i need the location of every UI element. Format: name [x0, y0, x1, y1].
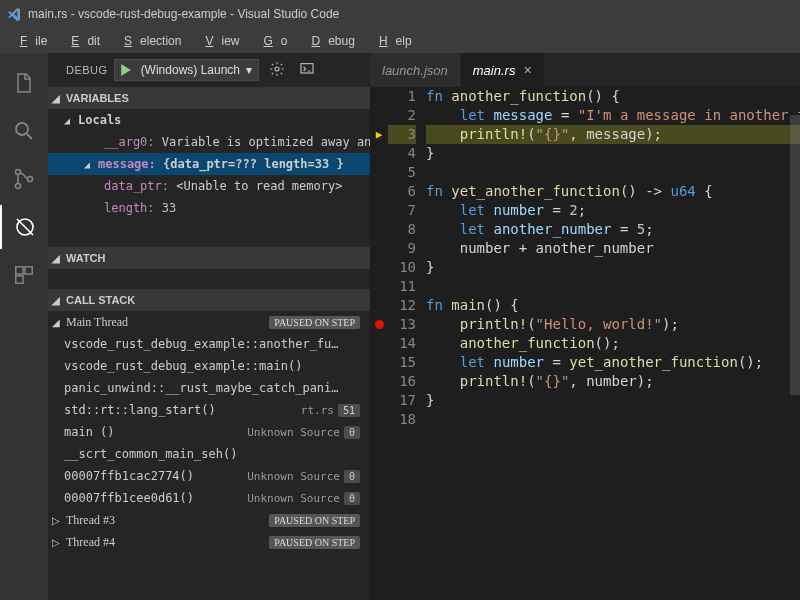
menu-view[interactable]: View [189, 31, 247, 51]
menu-go[interactable]: Go [247, 31, 295, 51]
editor-group: launch.jsonmain.rs× ▶ 123456789101112131… [370, 53, 800, 600]
titlebar: main.rs - vscode-rust-debug-example - Vi… [0, 0, 800, 28]
start-debug-icon[interactable] [115, 64, 137, 76]
console-icon[interactable] [295, 61, 319, 80]
svg-point-0 [16, 123, 28, 135]
variables-body: ◢Locals __arg0: Variable is optimized aw… [48, 109, 370, 247]
svg-rect-6 [25, 267, 32, 274]
stack-frame[interactable]: vscode_rust_debug_example::main() [48, 355, 370, 377]
variable-arg0[interactable]: __arg0: Variable is optimized away and … [48, 131, 370, 153]
menu-file[interactable]: File [4, 31, 55, 51]
scope-locals[interactable]: ◢Locals [48, 109, 370, 131]
stack-frame[interactable]: __scrt_common_main_seh() [48, 443, 370, 465]
menu-help[interactable]: Help [363, 31, 420, 51]
code-content[interactable]: fn another_function() { let message = "I… [426, 87, 800, 600]
thread-row[interactable]: ▷Thread #3PAUSED ON STEP [48, 509, 370, 531]
gear-icon[interactable] [265, 61, 289, 80]
variable-message[interactable]: ◢message: {data_ptr=??? length=33 } [48, 153, 370, 175]
stack-frame[interactable]: main ()Unknown Source0 [48, 421, 370, 443]
debug-panel: DEBUG (Windows) Launch ▾ ◢ VARIABLES [48, 53, 370, 600]
debug-icon[interactable] [0, 205, 48, 249]
stack-frame[interactable]: panic_unwind::__rust_maybe_catch_pani… [48, 377, 370, 399]
thread-row[interactable]: ▷Thread #4PAUSED ON STEP [48, 531, 370, 553]
tab-main-rs[interactable]: main.rs× [461, 53, 545, 87]
variables-section-header[interactable]: ◢ VARIABLES [48, 87, 370, 109]
watch-section-header[interactable]: ◢ WATCH [48, 247, 370, 269]
svg-point-3 [28, 177, 33, 182]
menu-debug[interactable]: Debug [296, 31, 363, 51]
expand-icon: ◢ [52, 253, 66, 264]
svg-rect-7 [16, 276, 23, 283]
code-area[interactable]: ▶ 123456789101112131415161718 fn another… [370, 87, 800, 600]
svg-point-1 [16, 170, 21, 175]
svg-point-2 [16, 184, 21, 189]
svg-rect-9 [301, 63, 313, 72]
line-numbers: 123456789101112131415161718 [388, 87, 426, 600]
stack-frame[interactable]: 00007ffb1cee0d61()Unknown Source0 [48, 487, 370, 509]
close-icon[interactable]: × [523, 62, 531, 78]
debug-header: DEBUG (Windows) Launch ▾ [48, 53, 370, 87]
menu-selection[interactable]: Selection [108, 31, 189, 51]
menubar[interactable]: FileEditSelectionViewGoDebugHelp [0, 28, 800, 53]
explorer-icon[interactable] [0, 61, 48, 105]
extensions-icon[interactable] [0, 253, 48, 297]
debug-label: DEBUG [66, 64, 108, 76]
callstack-body: ◢Main ThreadPAUSED ON STEPvscode_rust_de… [48, 311, 370, 553]
vscode-icon [6, 6, 22, 22]
vertical-scrollbar[interactable] [790, 115, 800, 395]
watch-body [48, 269, 370, 289]
scm-icon[interactable] [0, 157, 48, 201]
stack-frame[interactable]: std::rt::lang_start()rt.rs51 [48, 399, 370, 421]
variable-data-ptr[interactable]: data_ptr: <Unable to read memory> [48, 175, 370, 197]
thread-main[interactable]: ◢Main ThreadPAUSED ON STEP [48, 311, 370, 333]
window-title: main.rs - vscode-rust-debug-example - Vi… [28, 7, 339, 21]
chevron-down-icon: ▾ [246, 63, 252, 77]
stack-frame[interactable]: vscode_rust_debug_example::another_fu… [48, 333, 370, 355]
menu-edit[interactable]: Edit [55, 31, 108, 51]
activitybar [0, 53, 48, 600]
variable-length[interactable]: length: 33 [48, 197, 370, 219]
svg-point-8 [275, 67, 279, 71]
callstack-section-header[interactable]: ◢ CALL STACK [48, 289, 370, 311]
stack-frame[interactable]: 00007ffb1cac2774()Unknown Source0 [48, 465, 370, 487]
svg-rect-5 [16, 267, 23, 274]
expand-icon: ◢ [52, 93, 66, 104]
debug-config-name: (Windows) Launch [141, 63, 240, 77]
debug-config[interactable]: (Windows) Launch ▾ [114, 59, 259, 81]
tab-launch-json[interactable]: launch.json [370, 53, 461, 87]
editor-tabs: launch.jsonmain.rs× [370, 53, 800, 87]
expand-icon: ◢ [52, 295, 66, 306]
breakpoint-icon[interactable] [375, 320, 384, 329]
search-icon[interactable] [0, 109, 48, 153]
current-line-icon: ▶ [376, 125, 383, 144]
glyph-margin: ▶ [370, 87, 388, 600]
